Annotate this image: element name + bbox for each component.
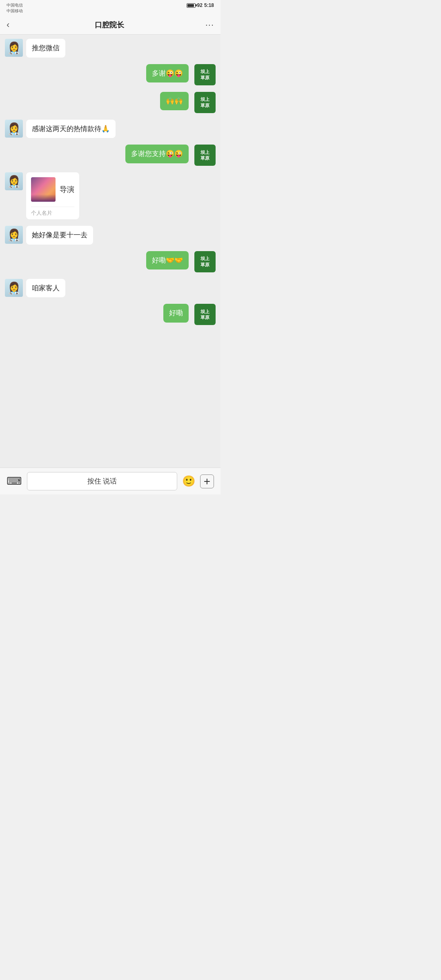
message-bubble: 她好像是要十一去 xyxy=(26,226,93,245)
card-thumbnail xyxy=(31,177,56,202)
user-badge: 坝上 草原 xyxy=(194,251,216,272)
message-text: 推您微信 xyxy=(32,44,60,52)
message-row: 坝上 草原 多谢您支持😜😜 xyxy=(5,145,216,166)
message-bubble: 推您微信 xyxy=(26,39,65,58)
carrier-info: 中国电信 中国移动 xyxy=(7,2,23,14)
time: 5:18 xyxy=(204,2,214,8)
chat-area: 推您微信 坝上 草原 多谢😜😜 坝上 草原 🙌🙌 感谢这两天的热情款待🙏 坝上 xyxy=(0,35,220,468)
message-text: 多谢您支持😜😜 xyxy=(131,150,183,158)
card-name: 导演 xyxy=(60,185,74,194)
message-bubble: 🙌🙌 xyxy=(160,92,189,111)
message-bubble: 多谢😜😜 xyxy=(146,64,189,83)
message-text: 多谢😜😜 xyxy=(152,69,183,77)
message-row: 坝上 草原 多谢😜😜 xyxy=(5,64,216,85)
message-bubble: 感谢这两天的热情款待🙏 xyxy=(26,120,116,138)
status-right: 92 5:18 xyxy=(187,2,214,8)
user-badge: 坝上 草原 xyxy=(194,92,216,113)
message-bubble: 好嘞 xyxy=(163,304,189,323)
battery-percent: 92 xyxy=(197,2,203,8)
carrier2: 中国移动 xyxy=(7,8,23,14)
message-text: 感谢这两天的热情款待🙏 xyxy=(32,125,110,133)
chat-title: 口腔院长 xyxy=(13,20,205,30)
keyboard-icon[interactable]: ⌨ xyxy=(7,475,22,488)
battery-icon xyxy=(187,3,196,8)
status-bar: 中国电信 中国移动 92 5:18 xyxy=(0,0,220,16)
message-text: 好嘞🤝🤝 xyxy=(152,256,183,264)
message-text: 好嘞 xyxy=(169,309,183,317)
emoji-icon[interactable]: 🙂 xyxy=(182,475,195,488)
back-button[interactable]: ‹ xyxy=(7,20,9,29)
add-icon[interactable]: + xyxy=(200,474,214,488)
message-row: 感谢这两天的热情款待🙏 xyxy=(5,120,216,138)
carrier1: 中国电信 xyxy=(7,2,23,8)
business-card-bubble[interactable]: 导演 个人名片 xyxy=(26,172,79,219)
message-bubble: 多谢您支持😜😜 xyxy=(125,145,189,163)
message-text: 咱家客人 xyxy=(32,284,60,292)
more-button[interactable]: ··· xyxy=(205,20,214,30)
bottom-bar: ⌨ 按住 说话 🙂 + xyxy=(0,468,220,494)
user-badge: 坝上 草原 xyxy=(194,64,216,85)
hold-to-talk-button[interactable]: 按住 说话 xyxy=(27,472,177,490)
message-bubble: 好嘞🤝🤝 xyxy=(146,251,189,270)
message-text: 🙌🙌 xyxy=(166,97,183,105)
message-row: 坝上 草原 好嘞 xyxy=(5,304,216,325)
battery-level xyxy=(187,4,194,7)
message-row: 推您微信 xyxy=(5,39,216,58)
user-badge: 坝上 草原 xyxy=(194,304,216,325)
avatar xyxy=(5,172,23,190)
user-badge: 坝上 草原 xyxy=(194,145,216,166)
message-row: 她好像是要十一去 xyxy=(5,226,216,245)
avatar xyxy=(5,120,23,138)
avatar xyxy=(5,226,23,244)
card-inner: 导演 xyxy=(26,172,79,207)
message-row: 咱家客人 xyxy=(5,279,216,298)
message-row: 坝上 草原 🙌🙌 xyxy=(5,92,216,113)
nav-bar: ‹ 口腔院长 ··· xyxy=(0,16,220,35)
avatar xyxy=(5,279,23,297)
message-bubble: 咱家客人 xyxy=(26,279,65,298)
message-row: 坝上 草原 好嘞🤝🤝 xyxy=(5,251,216,272)
message-row: 导演 个人名片 xyxy=(5,172,216,219)
avatar xyxy=(5,39,23,57)
card-footer: 个人名片 xyxy=(26,207,79,219)
message-text: 她好像是要十一去 xyxy=(32,231,87,239)
